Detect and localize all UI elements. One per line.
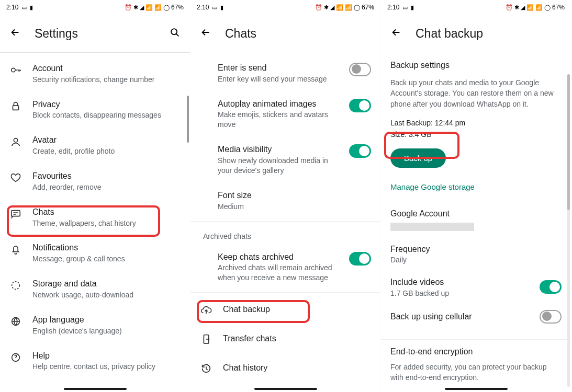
chats-item-font-size[interactable]: Font sizeMedium <box>190 183 380 219</box>
settings-item-account[interactable]: AccountSecurity notifications, change nu… <box>0 56 190 92</box>
bluetooth-icon: ✱ <box>133 5 138 10</box>
svg-rect-2 <box>13 106 19 110</box>
avatar-icon <box>9 136 22 147</box>
chats-item-chat-backup[interactable]: Chat backup <box>190 295 380 324</box>
item-sub: Help centre, contact us, privacy policy <box>32 362 181 372</box>
calendar-indicator-icon: ▭ <box>21 5 27 10</box>
item-title: Storage and data <box>32 279 181 290</box>
manage-google-storage-link[interactable]: Manage Google storage <box>390 182 562 191</box>
status-bar: 2:10 ▭ ▮ ⏰ ✱ ◢ 📶 📶 ◯ 67% <box>0 0 190 15</box>
item-sub: Create, edit, profile photo <box>32 146 181 156</box>
search-icon[interactable] <box>169 27 181 40</box>
backup-cellular-item[interactable]: Back up using cellular <box>390 304 562 330</box>
chat-icon <box>9 208 22 220</box>
backup-content: Backup settings Back up your chats and m… <box>381 52 571 392</box>
switch-autoplay[interactable] <box>349 99 371 112</box>
item-title: Back up using cellular <box>390 311 540 322</box>
section-archived-header: Archived chats <box>190 224 380 245</box>
switch-enter-is-send[interactable] <box>349 63 371 76</box>
battery-pct: 67% <box>362 4 374 11</box>
svg-point-3 <box>14 139 17 142</box>
screen-settings: 2:10 ▭ ▮ ⏰ ✱ ◢ 📶 📶 ◯ 67% Settings Accoun <box>0 0 190 392</box>
page-title: Chat backup <box>416 27 483 41</box>
settings-item-chats[interactable]: ChatsTheme, wallpapers, chat history <box>0 200 190 236</box>
settings-content: AccountSecurity notifications, change nu… <box>0 53 190 392</box>
battery-pct: 67% <box>171 4 184 11</box>
item-sub: Theme, wallpapers, chat history <box>32 218 181 228</box>
screen-chats: 2:10 ▭ ▮ ⏰ ✱ ◢ 📶 📶 ◯ 67% Chats Enter is … <box>190 0 381 392</box>
item-title: Chat history <box>223 363 267 374</box>
chats-item-chat-history[interactable]: Chat history <box>190 353 380 383</box>
status-time: 2:10 <box>197 4 209 11</box>
chats-item-media-visibility[interactable]: Media visibilityShow newly downloaded me… <box>190 137 380 183</box>
switch-include-videos[interactable] <box>540 280 562 294</box>
item-title: Chats <box>32 207 181 218</box>
battery-pct: 67% <box>552 4 565 11</box>
settings-item-privacy[interactable]: PrivacyBlock contacts, disappearing mess… <box>0 92 190 128</box>
lock-icon <box>9 100 22 112</box>
bluetooth-icon: ✱ <box>324 5 329 10</box>
item-title: Google Account <box>390 208 562 220</box>
switch-cellular[interactable] <box>540 310 562 324</box>
frequency-item[interactable]: Frequency Daily <box>390 237 562 271</box>
signal-icon: 📶 <box>336 5 343 10</box>
chats-item-enter-is-send[interactable]: Enter is sendEnter key will send your me… <box>190 55 380 91</box>
indicator-icon: ▮ <box>411 5 414 10</box>
wifi-icon: ◢ <box>521 5 525 10</box>
switch-keep-archived[interactable] <box>349 252 371 266</box>
item-sub: Message, group & call tones <box>32 254 181 264</box>
settings-item-language[interactable]: App languageEnglish (device's language) <box>0 307 190 343</box>
svg-point-5 <box>12 282 20 290</box>
e2e-desc: For added security, you can protect your… <box>390 362 562 383</box>
chats-item-keep-archived[interactable]: Keep chats archivedArchived chats will r… <box>190 245 380 291</box>
globe-icon <box>9 316 22 327</box>
page-title: Chats <box>225 27 256 41</box>
calendar-indicator-icon: ▭ <box>402 5 408 10</box>
appbar: Chats <box>190 15 380 52</box>
item-sub: Archived chats will remain archived when… <box>218 263 339 283</box>
item-title: Include videos <box>390 276 540 288</box>
include-videos-item[interactable]: Include videos 1.7 GB backed up <box>390 270 562 304</box>
data-icon <box>9 280 22 291</box>
google-account-item[interactable]: Google Account <box>390 202 562 237</box>
key-icon <box>9 64 22 76</box>
settings-item-notifications[interactable]: NotificationsMessage, group & call tones <box>0 235 190 271</box>
backup-button[interactable]: Back up <box>390 148 446 168</box>
chats-item-transfer-chats[interactable]: Transfer chats <box>190 324 380 353</box>
wifi-icon: ◢ <box>140 5 144 10</box>
svg-point-1 <box>12 68 15 72</box>
battery-icon: ◯ <box>544 5 551 10</box>
divider <box>190 292 380 293</box>
help-icon <box>9 352 22 363</box>
svg-point-0 <box>171 29 177 34</box>
screen-chat-backup: 2:10 ▭ ▮ ⏰ ✱ ◢ 📶 📶 ◯ 67% Chat backup Bac… <box>381 0 571 392</box>
item-title: Keep chats archived <box>218 252 339 263</box>
transfer-icon <box>200 333 212 345</box>
item-title: Favourites <box>32 171 181 182</box>
back-icon[interactable] <box>200 27 211 40</box>
item-sub: English (device's language) <box>32 326 181 336</box>
backup-settings-heading: Backup settings <box>390 61 562 70</box>
settings-item-avatar[interactable]: AvatarCreate, edit, profile photo <box>0 128 190 164</box>
status-bar: 2:10 ▭ ▮ ⏰ ✱ ◢ 📶 📶 ◯ 67% <box>381 0 571 15</box>
settings-item-storage[interactable]: Storage and dataNetwork usage, auto-down… <box>0 271 190 307</box>
settings-item-favourites[interactable]: FavouritesAdd, reorder, remove <box>0 164 190 200</box>
chats-item-autoplay[interactable]: Autoplay animated imagesMake emojis, sti… <box>190 91 380 137</box>
appbar: Settings <box>0 15 190 52</box>
status-time: 2:10 <box>387 4 399 11</box>
last-backup: Last Backup: 12:44 pm <box>390 118 562 129</box>
back-icon[interactable] <box>9 27 21 40</box>
status-time: 2:10 <box>6 4 18 11</box>
item-sub: Make emojis, stickers and avatars move <box>218 110 339 130</box>
back-icon[interactable] <box>390 27 402 40</box>
switch-media-visibility[interactable] <box>349 144 371 158</box>
item-title: Enter is send <box>218 63 339 74</box>
item-title: Font size <box>218 190 371 201</box>
indicator-icon: ▮ <box>30 5 33 10</box>
redacted-account <box>390 223 474 231</box>
backup-size: Size: 3.4 GB <box>390 129 562 141</box>
status-bar: 2:10 ▭ ▮ ⏰ ✱ ◢ 📶 📶 ◯ 67% <box>190 0 380 15</box>
signal-icon: 📶 <box>535 5 543 10</box>
settings-item-help[interactable]: HelpHelp centre, contact us, privacy pol… <box>0 343 190 379</box>
scrollbar-thumb[interactable] <box>567 74 570 210</box>
